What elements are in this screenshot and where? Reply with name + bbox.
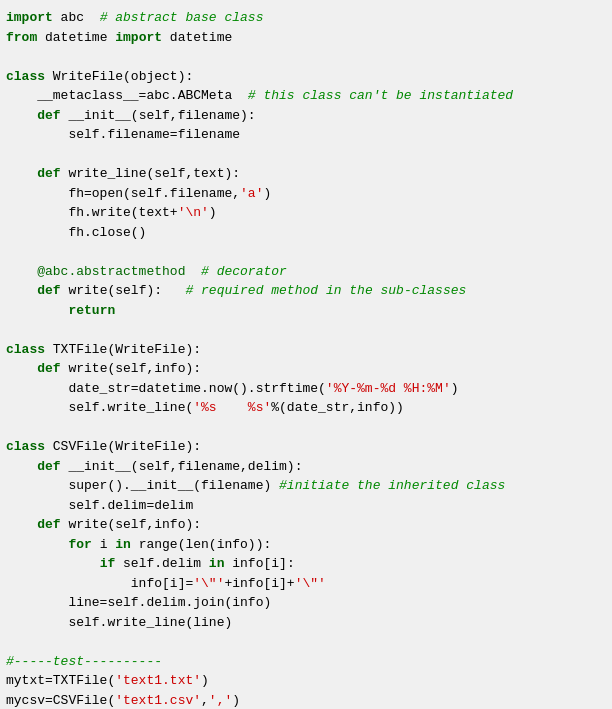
code-line-29: if self.delim in info[i]: [6,554,606,574]
code-line-32: self.write_line(line) [6,613,606,633]
code-line-15: def write(self): # required method in th… [6,281,606,301]
code-line-19: def write(self,info): [6,359,606,379]
code-line-10: fh=open(self.filename,'a') [6,184,606,204]
code-line-31: line=self.delim.join(info) [6,593,606,613]
code-line-35: mytxt=TXTFile('text1.txt') [6,671,606,691]
code-line-21: self.write_line('%s %s'%(date_str,info)) [6,398,606,418]
blank-line-1 [6,47,606,67]
code-line-11: fh.write(text+'\n') [6,203,606,223]
code-line-28: for i in range(len(info)): [6,535,606,555]
code-line-14: @abc.abstractmethod # decorator [6,262,606,282]
blank-line-5 [6,418,606,438]
code-editor: import abc # abstract base class from da… [0,0,612,709]
code-line-9: def write_line(self,text): [6,164,606,184]
code-line-20: date_str=datetime.now().strftime('%Y-%m-… [6,379,606,399]
code-line-6: def __init__(self,filename): [6,106,606,126]
code-line-5: __metaclass__=abc.ABCMeta # this class c… [6,86,606,106]
code-line-4: class WriteFile(object): [6,67,606,87]
blank-line-6 [6,632,606,652]
blank-line-3 [6,242,606,262]
code-line-16: return [6,301,606,321]
code-line-2: from datetime import datetime [6,28,606,48]
code-line-1: import abc # abstract base class [6,8,606,28]
code-line-30: info[i]='\"'+info[i]+'\"' [6,574,606,594]
blank-line-2 [6,145,606,165]
code-line-23: class CSVFile(WriteFile): [6,437,606,457]
code-line-34: #-----test---------- [6,652,606,672]
code-line-27: def write(self,info): [6,515,606,535]
code-line-18: class TXTFile(WriteFile): [6,340,606,360]
code-line-25: super().__init__(filename) #initiate the… [6,476,606,496]
code-line-36: mycsv=CSVFile('text1.csv',',') [6,691,606,710]
code-line-12: fh.close() [6,223,606,243]
code-line-7: self.filename=filename [6,125,606,145]
code-line-26: self.delim=delim [6,496,606,516]
code-line-24: def __init__(self,filename,delim): [6,457,606,477]
blank-line-4 [6,320,606,340]
